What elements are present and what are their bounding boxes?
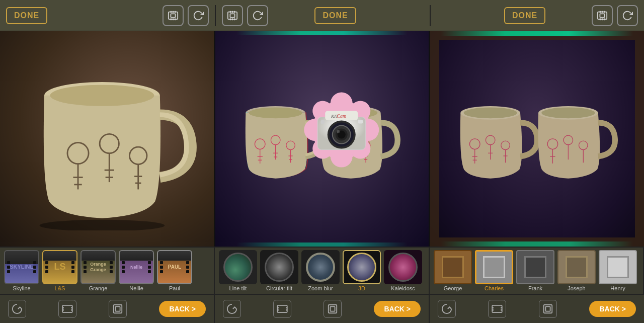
rotate-icon-1[interactable] xyxy=(188,5,209,26)
top-icons-2-left xyxy=(222,5,268,26)
svg-rect-23 xyxy=(600,14,604,17)
back-button-3[interactable]: BACK > xyxy=(589,301,636,317)
svg-rect-11 xyxy=(234,11,235,13)
filter-thumb-henry xyxy=(599,250,637,284)
bottom-bar: BACK > BACK > xyxy=(0,294,644,323)
done-button-2[interactable]: DONE xyxy=(314,7,356,24)
svg-rect-127 xyxy=(493,309,494,311)
film-bottom-3[interactable] xyxy=(488,300,506,318)
svg-rect-88 xyxy=(358,120,363,124)
filter-frank[interactable]: Frank xyxy=(516,250,554,291)
filter-henry[interactable]: Henry xyxy=(599,250,637,291)
filter-nellie[interactable]: Nellie Nellie xyxy=(119,250,154,291)
svg-rect-119 xyxy=(277,307,279,308)
filter-thumb-skyline: SKYLINE xyxy=(4,250,39,284)
filter-joseph[interactable]: Joseph xyxy=(557,250,596,291)
top-icons-1 xyxy=(163,5,209,26)
filter-thumb-charles xyxy=(475,250,513,284)
panel-3 xyxy=(430,31,644,247)
filter-grange[interactable]: OrangeGrange Grange xyxy=(80,250,116,291)
svg-rect-131 xyxy=(545,306,550,311)
filter-paul[interactable]: PAUL Paul xyxy=(157,250,192,291)
svg-rect-19 xyxy=(604,11,605,13)
filter-thumb-joseph xyxy=(557,250,596,284)
rotate-bottom-1[interactable] xyxy=(8,300,26,318)
filter-george[interactable]: George xyxy=(434,250,472,291)
svg-rect-113 xyxy=(62,309,64,311)
film-icon-1[interactable] xyxy=(163,5,184,26)
filter-label-line-tilt: Line tilt xyxy=(229,285,247,291)
filter-kaleidoscope[interactable]: Kaleidosc xyxy=(384,250,422,291)
filter-label-joseph: Joseph xyxy=(568,285,585,291)
svg-rect-115 xyxy=(71,309,72,311)
filter-line-tilt[interactable]: Line tilt xyxy=(219,250,257,291)
svg-rect-120 xyxy=(277,309,279,311)
svg-rect-118 xyxy=(277,305,287,312)
svg-rect-12 xyxy=(230,18,231,20)
filter-label-skyline: Skyline xyxy=(13,285,30,291)
back-button-1[interactable]: BACK > xyxy=(159,301,206,317)
film-icon-3[interactable] xyxy=(592,5,613,26)
svg-rect-17 xyxy=(599,11,601,13)
image-panel-3 xyxy=(430,31,644,247)
svg-rect-111 xyxy=(62,305,72,312)
filter-thumb-grange: OrangeGrange xyxy=(80,250,116,284)
svg-rect-6 xyxy=(175,18,176,20)
filter-label-ls: L&S xyxy=(55,285,65,291)
filter-thumb-nellie: Nellie xyxy=(119,250,154,284)
main-area: KIT Cam xyxy=(0,31,644,247)
back-label-1: BACK > xyxy=(169,305,196,313)
svg-text:Cam: Cam xyxy=(337,113,346,119)
done-button-3[interactable]: DONE xyxy=(504,7,545,24)
rotate-icon-2[interactable] xyxy=(247,5,268,26)
film-icon-2[interactable] xyxy=(222,5,243,26)
image-panel-2: KIT Cam xyxy=(215,31,429,247)
filter-skyline[interactable]: SKYLINE Skyline xyxy=(4,250,39,291)
filter-thumb-george xyxy=(434,250,472,284)
filter-zoom-blur[interactable]: Zoom blur xyxy=(301,250,340,291)
filter-3d[interactable]: 3D xyxy=(343,250,381,291)
filter-circular-tilt[interactable]: Circular tilt xyxy=(260,250,298,291)
filter-label-paul: Paul xyxy=(169,285,180,291)
filter-thumb-paul: PAUL xyxy=(157,250,192,284)
rotate-icon-3[interactable] xyxy=(617,5,638,26)
svg-rect-121 xyxy=(286,307,287,308)
rotate-bottom-3[interactable] xyxy=(438,300,456,318)
svg-rect-128 xyxy=(501,307,503,308)
filter-thumb-line-tilt xyxy=(219,250,257,284)
filter-section-1: SKYLINE Skyline LS xyxy=(0,248,215,294)
svg-rect-13 xyxy=(232,18,233,20)
done-button-1[interactable]: DONE xyxy=(6,7,47,24)
top-icons-3 xyxy=(592,5,638,26)
svg-rect-2 xyxy=(173,11,174,13)
filter-ls[interactable]: LS L&S xyxy=(42,250,77,291)
svg-rect-5 xyxy=(173,18,174,20)
filter-charles[interactable]: Charles xyxy=(475,250,513,291)
back-button-2[interactable]: BACK > xyxy=(374,301,421,317)
svg-point-87 xyxy=(337,130,340,133)
filter-thumb-ls: LS xyxy=(42,250,77,284)
back-label-2: BACK > xyxy=(384,305,411,313)
svg-rect-123 xyxy=(329,305,337,313)
frame-bottom-3[interactable] xyxy=(539,300,557,318)
frame-bottom-1[interactable] xyxy=(109,300,127,318)
svg-rect-22 xyxy=(604,18,605,20)
svg-rect-112 xyxy=(62,307,64,308)
rotate-bottom-2[interactable] xyxy=(223,300,241,318)
svg-rect-21 xyxy=(602,18,603,20)
svg-rect-7 xyxy=(171,14,175,17)
bottom-section-3: BACK > xyxy=(430,295,644,323)
filter-label-george: George xyxy=(444,285,462,291)
filter-thumb-circular-tilt xyxy=(260,250,298,284)
svg-rect-3 xyxy=(175,11,176,13)
svg-rect-129 xyxy=(501,309,503,311)
filter-label-zoom-blur: Zoom blur xyxy=(308,285,333,291)
back-label-3: BACK > xyxy=(599,305,626,313)
svg-rect-125 xyxy=(493,305,503,312)
svg-rect-130 xyxy=(544,305,552,313)
svg-rect-20 xyxy=(599,18,601,20)
film-bottom-2[interactable] xyxy=(273,300,291,318)
frame-bottom-2[interactable] xyxy=(324,300,342,318)
filter-bar: SKYLINE Skyline LS xyxy=(0,247,644,294)
film-bottom-1[interactable] xyxy=(58,300,76,318)
